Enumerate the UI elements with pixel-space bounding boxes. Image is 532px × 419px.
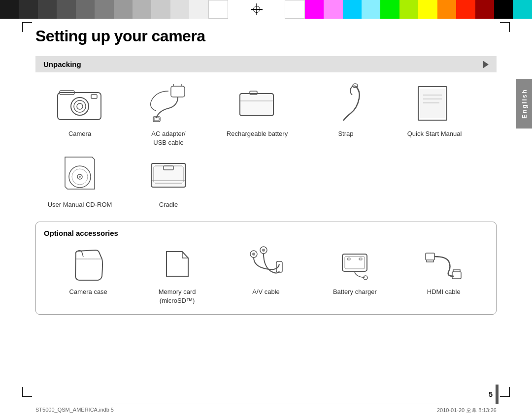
hdmi-cable-image bbox=[419, 244, 468, 284]
item-battery: Rechargeable battery bbox=[213, 81, 301, 147]
av-cable-image bbox=[241, 244, 291, 284]
battery-charger-label: Battery charger bbox=[333, 288, 377, 296]
svg-point-37 bbox=[262, 249, 265, 252]
main-content: Setting up your camera Unpacking bbox=[35, 27, 497, 392]
unpacking-title: Unpacking bbox=[43, 60, 81, 68]
page-number-bar bbox=[496, 385, 499, 404]
page-number: 5 bbox=[489, 390, 493, 398]
strap-label: Strap bbox=[338, 129, 353, 138]
svg-rect-41 bbox=[347, 258, 350, 260]
svg-rect-44 bbox=[426, 253, 434, 260]
section-arrow bbox=[483, 61, 489, 68]
item-cd-rom: User Manual CD-ROM bbox=[35, 152, 124, 209]
svg-point-35 bbox=[252, 253, 255, 256]
corner-mark-bl bbox=[22, 387, 32, 397]
optional-items-grid: Camera case Memory card(microSD™) bbox=[44, 244, 488, 305]
footer: ST5000_QSM_AMERICA.indb 5 2010-01-20 오후 … bbox=[35, 404, 497, 414]
optional-title: Optional accessories bbox=[44, 229, 488, 237]
language-tab: English bbox=[516, 79, 532, 129]
corner-mark-br bbox=[500, 387, 510, 397]
item-memory-card: Memory card(microSD™) bbox=[143, 244, 212, 305]
footer-right: 2010-01-20 오후 8:13:26 bbox=[437, 407, 497, 414]
page-title: Setting up your camera bbox=[35, 27, 497, 45]
cd-label: User Manual CD-ROM bbox=[48, 200, 112, 209]
svg-rect-40 bbox=[345, 257, 365, 269]
unpacking-header: Unpacking bbox=[35, 56, 497, 72]
svg-rect-29 bbox=[151, 163, 186, 187]
svg-rect-45 bbox=[452, 272, 461, 279]
memory-card-image bbox=[153, 244, 202, 284]
memory-card-label: Memory card(microSD™) bbox=[159, 288, 196, 305]
svg-point-3 bbox=[74, 100, 86, 112]
camera-case-image bbox=[64, 244, 113, 284]
ac-adapter-image bbox=[139, 81, 198, 126]
top-color-bar bbox=[0, 0, 532, 19]
corner-mark-tr bbox=[500, 22, 510, 32]
battery-label: Rechargeable battery bbox=[227, 129, 288, 138]
language-label: English bbox=[521, 89, 528, 119]
svg-point-27 bbox=[79, 176, 81, 178]
svg-point-4 bbox=[77, 103, 83, 109]
item-battery-charger: Battery charger bbox=[320, 244, 389, 296]
item-hdmi-cable: HDMI cable bbox=[409, 244, 478, 296]
svg-rect-6 bbox=[171, 86, 185, 97]
svg-rect-5 bbox=[91, 95, 97, 98]
quick-manual-label: Quick Start Manual bbox=[407, 129, 462, 138]
svg-rect-38 bbox=[276, 261, 282, 272]
quick-manual-image bbox=[405, 81, 464, 126]
av-cable-label: A/V cable bbox=[252, 288, 280, 296]
cradle-image bbox=[139, 152, 198, 196]
corner-mark-tl bbox=[22, 22, 32, 32]
svg-rect-18 bbox=[420, 89, 445, 118]
footer-left: ST5000_QSM_AMERICA.indb 5 bbox=[35, 407, 114, 414]
svg-rect-42 bbox=[359, 258, 362, 260]
battery-charger-image bbox=[330, 244, 379, 284]
battery-image bbox=[228, 81, 287, 126]
item-quick-manual: Quick Start Manual bbox=[390, 81, 479, 147]
item-ac-adapter: AC adapter/USB cable bbox=[124, 81, 213, 147]
item-camera: Camera bbox=[35, 81, 124, 147]
unpacking-section: Unpacking Camera bbox=[35, 56, 497, 210]
item-strap: Strap bbox=[301, 81, 390, 147]
item-camera-case: Camera case bbox=[54, 244, 123, 296]
hdmi-cable-label: HDMI cable bbox=[427, 288, 461, 296]
cradle-label: Cradle bbox=[159, 200, 178, 209]
item-cradle: Cradle bbox=[124, 152, 213, 209]
optional-accessories-section: Optional accessories Camera case bbox=[35, 222, 497, 315]
strap-image bbox=[316, 81, 375, 126]
item-av-cable: A/V cable bbox=[232, 244, 300, 296]
ac-adapter-label: AC adapter/USB cable bbox=[151, 129, 185, 147]
camera-label: Camera bbox=[68, 129, 91, 138]
svg-rect-12 bbox=[240, 94, 273, 116]
cd-image bbox=[50, 152, 109, 196]
camera-image bbox=[50, 81, 109, 126]
camera-case-label: Camera case bbox=[69, 288, 107, 296]
unpacking-items-grid: Camera bbox=[35, 81, 497, 210]
